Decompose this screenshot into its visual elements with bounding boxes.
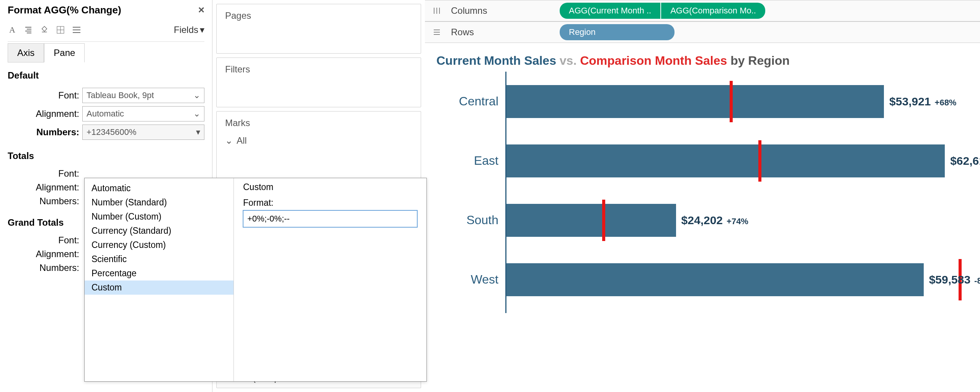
pill-current-month[interactable]: AGG(Current Month ..	[560, 3, 660, 19]
custom-format-input[interactable]	[243, 210, 417, 227]
columns-pills: AGG(Current Month .. AGG(Comparison Mo..	[560, 3, 765, 19]
number-format-option[interactable]: Percentage	[85, 266, 234, 280]
numbers-select[interactable]: +12345600% ▾	[82, 125, 204, 140]
number-format-detail: Custom Format:	[234, 178, 426, 381]
format-field-label: Format:	[243, 198, 417, 210]
gt-font-label: Font:	[8, 235, 82, 246]
chevron-down-icon: ▾	[200, 25, 204, 35]
rows-icon	[432, 27, 442, 37]
number-format-option[interactable]: Number (Standard)	[85, 195, 234, 210]
comparison-tick	[758, 140, 761, 182]
bar-value-label: $62,618+73%	[950, 154, 980, 167]
tab-pane[interactable]: Pane	[44, 43, 85, 62]
gt-numbers-label: Numbers:	[8, 262, 82, 273]
bar-chart: CentralEastSouthWest $53,921+68%$62,618+…	[425, 72, 980, 313]
fields-label: Fields	[174, 25, 198, 35]
gt-alignment-label: Alignment:	[8, 249, 82, 259]
format-toolbar: A Fields ▾	[8, 21, 204, 42]
number-format-option[interactable]: Currency (Standard)	[85, 224, 234, 238]
chevron-down-icon: ⌄	[193, 109, 200, 119]
chevron-down-icon: ⌄	[193, 90, 200, 100]
alignment-label: Alignment:	[8, 108, 82, 119]
numbers-label: Numbers:	[8, 127, 82, 138]
number-format-popup: AutomaticNumber (Standard)Number (Custom…	[84, 178, 427, 382]
comparison-tick	[602, 200, 605, 241]
number-format-option[interactable]: Custom	[85, 280, 234, 295]
columns-icon	[432, 6, 442, 16]
font-label: Font:	[8, 90, 82, 101]
region-label: West	[436, 272, 505, 287]
number-format-option[interactable]: Automatic	[85, 181, 234, 195]
pages-card[interactable]: Pages	[216, 4, 421, 54]
number-format-option[interactable]: Currency (Custom)	[85, 238, 234, 252]
bar-value-label: $59,583-8%	[929, 273, 980, 286]
borders-icon[interactable]	[56, 25, 65, 34]
pill-comparison-month[interactable]: AGG(Comparison Mo..	[661, 3, 765, 19]
align-icon[interactable]	[24, 25, 33, 34]
rows-label: Rows	[451, 27, 550, 38]
section-default: Default	[8, 62, 204, 85]
alignment-select[interactable]: Automatic ⌄	[82, 106, 204, 121]
number-format-option[interactable]: Scientific	[85, 252, 234, 266]
bar[interactable]: $24,202+74%	[506, 204, 676, 237]
totals-numbers-label: Numbers:	[8, 196, 82, 207]
totals-font-label: Font:	[8, 168, 82, 179]
section-totals: Totals	[8, 143, 204, 165]
custom-heading: Custom	[243, 182, 417, 198]
font-select[interactable]: Tableau Book, 9pt ⌄	[82, 88, 204, 103]
lines-icon[interactable]	[72, 25, 81, 34]
format-panel-title: Format AGG(% Change)	[8, 4, 121, 16]
number-format-option[interactable]: Number (Custom)	[85, 210, 234, 224]
viz-title: Current Month Sales vs. Comparison Month…	[425, 43, 980, 72]
region-label: South	[436, 213, 505, 227]
region-label: Central	[436, 94, 505, 108]
columns-label: Columns	[451, 5, 550, 16]
region-label: East	[436, 154, 505, 168]
worksheet-area: Columns AGG(Current Month .. AGG(Compari…	[425, 0, 980, 392]
comparison-tick	[730, 81, 733, 122]
format-panel: Format AGG(% Change) × A Fields ▾ Axis	[0, 0, 212, 392]
bar[interactable]: $59,583-8%	[506, 263, 924, 296]
shading-icon[interactable]	[40, 25, 49, 34]
chevron-down-icon: ▾	[196, 127, 200, 137]
columns-shelf[interactable]: Columns AGG(Current Month .. AGG(Compari…	[425, 0, 980, 21]
close-icon[interactable]: ×	[198, 4, 204, 16]
totals-alignment-label: Alignment:	[8, 182, 82, 193]
font-a-icon[interactable]: A	[8, 25, 17, 34]
fields-dropdown[interactable]: Fields ▾	[174, 25, 204, 35]
pill-region[interactable]: Region	[560, 24, 675, 40]
marks-all-row[interactable]: ⌄ All	[225, 135, 412, 146]
bar[interactable]: $62,618+73%	[506, 144, 945, 177]
number-format-list: AutomaticNumber (Standard)Number (Custom…	[85, 178, 234, 381]
rows-shelf[interactable]: Rows Region	[425, 21, 980, 43]
tab-axis[interactable]: Axis	[8, 43, 44, 62]
format-tabs: Axis Pane	[8, 43, 204, 62]
bar-value-label: $53,921+68%	[889, 95, 956, 108]
bar[interactable]: $53,921+68%	[506, 85, 884, 118]
chevron-down-icon: ⌄	[225, 135, 233, 146]
filters-card[interactable]: Filters	[216, 57, 421, 107]
bar-value-label: $24,202+74%	[681, 214, 748, 227]
